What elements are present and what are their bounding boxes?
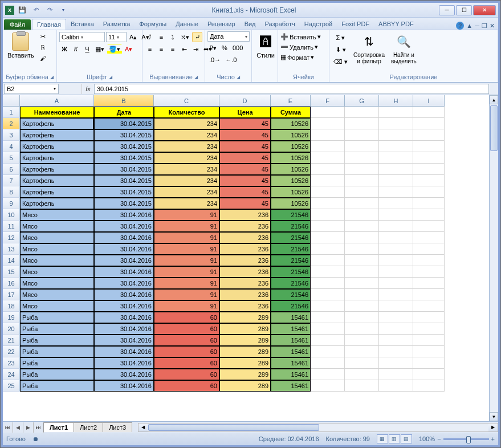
cell[interactable]: Картофель [20, 118, 94, 129]
cell[interactable]: 91 [154, 300, 219, 312]
cell[interactable] [413, 380, 445, 392]
row-header[interactable]: 9 [3, 198, 20, 209]
cell[interactable] [413, 141, 445, 152]
cell[interactable]: 15461 [271, 312, 311, 323]
cell[interactable]: 30.04.2016 [94, 357, 154, 369]
scroll-down-icon[interactable]: ▼ [490, 412, 498, 421]
cell[interactable] [345, 129, 379, 141]
row-header[interactable]: 13 [3, 243, 20, 255]
cell[interactable] [345, 369, 379, 380]
cell[interactable] [413, 186, 445, 198]
cell[interactable]: 30.04.2015 [94, 152, 154, 164]
cell[interactable] [345, 152, 379, 164]
cell[interactable]: Картофель [20, 152, 94, 164]
cell[interactable]: Сумма [271, 107, 311, 118]
cell[interactable] [311, 289, 345, 300]
cell[interactable]: 30.04.2016 [94, 221, 154, 232]
ribbon-tab-вид[interactable]: Вид [240, 19, 260, 30]
cell[interactable]: 30.04.2015 [94, 198, 154, 209]
cell[interactable] [413, 232, 445, 243]
bold-button[interactable]: Ж [59, 44, 70, 54]
sheet-tab[interactable]: Лист1 [43, 422, 74, 432]
align-left-icon[interactable]: ≡ [145, 44, 155, 54]
wrap-text-icon[interactable]: ⤶ [192, 32, 202, 42]
row-header[interactable]: 21 [3, 335, 20, 346]
cell[interactable]: 30.04.2016 [94, 335, 154, 346]
cell[interactable] [311, 266, 345, 278]
delete-cells-button[interactable]: ➖Удалить ▾ [280, 43, 318, 51]
cell[interactable] [379, 369, 413, 380]
cell[interactable] [311, 129, 345, 141]
ribbon-tab-главная[interactable]: Главная [32, 19, 66, 30]
row-header[interactable]: 15 [3, 266, 20, 278]
cell[interactable]: Картофель [20, 198, 94, 209]
fx-icon[interactable]: fx [82, 84, 94, 94]
view-layout-icon[interactable]: ▥ [389, 434, 400, 443]
cell[interactable]: 236 [219, 278, 271, 289]
cell[interactable]: 45 [219, 118, 271, 129]
format-painter-icon[interactable]: 🖌 [38, 53, 48, 63]
autosum-icon[interactable]: Σ ▾ [332, 32, 349, 43]
mdi-minimize-icon[interactable]: ─ [475, 22, 479, 29]
cell[interactable]: 10526 [271, 152, 311, 164]
cell[interactable]: 10526 [271, 186, 311, 198]
cell[interactable] [413, 369, 445, 380]
italic-button[interactable]: К [71, 44, 81, 54]
row-header[interactable]: 16 [3, 278, 20, 289]
row-header[interactable]: 14 [3, 255, 20, 266]
align-top-icon[interactable]: ⤴ [145, 32, 155, 42]
cell[interactable]: Картофель [20, 186, 94, 198]
cell[interactable]: 21546 [271, 266, 311, 278]
cell[interactable]: Картофель [20, 141, 94, 152]
border-icon[interactable]: ▦▾ [93, 44, 106, 54]
qat-save-icon[interactable]: 💾 [17, 5, 28, 16]
cell[interactable] [345, 255, 379, 266]
cell[interactable]: 289 [219, 357, 271, 369]
cell[interactable] [311, 255, 345, 266]
ribbon-tab-данные[interactable]: Данные [171, 19, 203, 30]
horizontal-scrollbar[interactable]: ◀ ▶ [138, 423, 498, 432]
row-header[interactable]: 4 [3, 141, 20, 152]
cell[interactable] [413, 357, 445, 369]
cell[interactable] [379, 164, 413, 175]
cell[interactable] [379, 380, 413, 392]
cell[interactable]: 91 [154, 209, 219, 221]
cell[interactable]: Картофель [20, 129, 94, 141]
tab-nav-prev-icon[interactable]: ◀ [13, 422, 23, 433]
cell[interactable]: 15461 [271, 346, 311, 357]
macro-record-icon[interactable]: ⏺ [32, 435, 39, 442]
cell[interactable] [345, 118, 379, 129]
cell[interactable]: 30.04.2016 [94, 289, 154, 300]
tab-nav-next-icon[interactable]: ▶ [23, 422, 34, 433]
cell[interactable] [345, 141, 379, 152]
col-header-G[interactable]: G [345, 95, 379, 107]
sort-filter-button[interactable]: ⇅ Сортировка и фильтр [351, 31, 387, 66]
row-header[interactable]: 10 [3, 209, 20, 221]
cell[interactable] [413, 323, 445, 335]
cell[interactable]: Рыба [20, 335, 94, 346]
ribbon-tab-вставка[interactable]: Вставка [66, 19, 99, 30]
cell[interactable] [311, 152, 345, 164]
cell[interactable] [311, 118, 345, 129]
cell[interactable] [311, 243, 345, 255]
col-header-E[interactable]: E [271, 95, 311, 107]
cell[interactable] [345, 300, 379, 312]
sheet-tab[interactable]: Лист3 [103, 422, 132, 432]
view-normal-icon[interactable]: ▦ [377, 434, 388, 443]
cell[interactable]: 60 [154, 380, 219, 392]
row-header[interactable]: 8 [3, 186, 20, 198]
cell[interactable]: 30.04.2016 [94, 369, 154, 380]
row-header[interactable]: 12 [3, 232, 20, 243]
comma-icon[interactable]: 000 [231, 43, 245, 53]
cell[interactable]: 45 [219, 141, 271, 152]
cell[interactable]: Мясо [20, 255, 94, 266]
cell[interactable]: Мясо [20, 266, 94, 278]
copy-icon[interactable]: ⎘ [38, 42, 48, 52]
cell[interactable] [413, 335, 445, 346]
cell[interactable] [413, 175, 445, 186]
cell[interactable]: Рыба [20, 380, 94, 392]
cell[interactable]: 60 [154, 335, 219, 346]
cell[interactable]: 10526 [271, 175, 311, 186]
cell[interactable]: 234 [154, 198, 219, 209]
row-header[interactable]: 18 [3, 300, 20, 312]
